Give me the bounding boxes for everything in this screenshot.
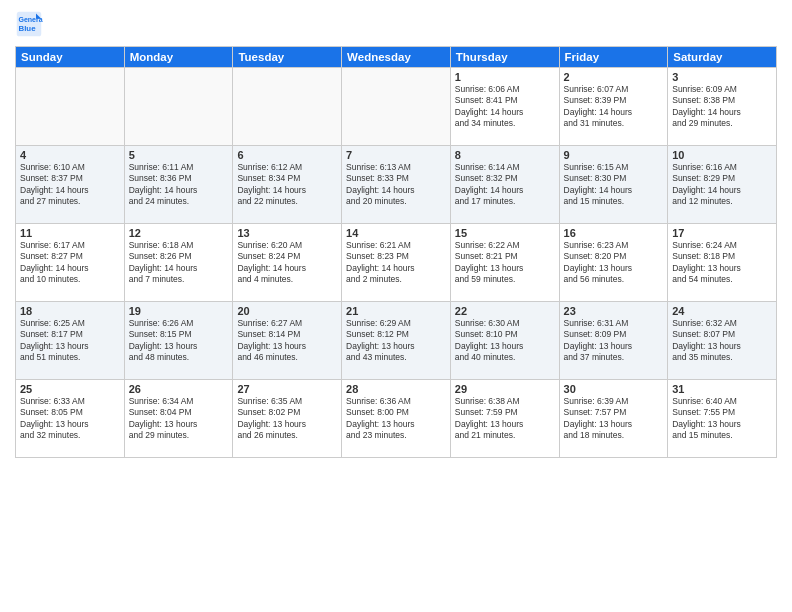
weekday-header: Monday xyxy=(124,47,233,68)
day-info: Sunrise: 6:24 AM Sunset: 8:18 PM Dayligh… xyxy=(672,240,772,286)
day-number: 10 xyxy=(672,149,772,161)
day-number: 22 xyxy=(455,305,555,317)
day-info: Sunrise: 6:16 AM Sunset: 8:29 PM Dayligh… xyxy=(672,162,772,208)
day-number: 1 xyxy=(455,71,555,83)
calendar-day-cell: 26Sunrise: 6:34 AM Sunset: 8:04 PM Dayli… xyxy=(124,380,233,458)
weekday-header: Saturday xyxy=(668,47,777,68)
day-info: Sunrise: 6:11 AM Sunset: 8:36 PM Dayligh… xyxy=(129,162,229,208)
calendar-day-cell xyxy=(16,68,125,146)
day-info: Sunrise: 6:06 AM Sunset: 8:41 PM Dayligh… xyxy=(455,84,555,130)
calendar-day-cell xyxy=(342,68,451,146)
day-number: 13 xyxy=(237,227,337,239)
calendar-day-cell: 12Sunrise: 6:18 AM Sunset: 8:26 PM Dayli… xyxy=(124,224,233,302)
calendar-day-cell: 4Sunrise: 6:10 AM Sunset: 8:37 PM Daylig… xyxy=(16,146,125,224)
day-number: 27 xyxy=(237,383,337,395)
day-number: 28 xyxy=(346,383,446,395)
day-number: 11 xyxy=(20,227,120,239)
page: General Blue SundayMondayTuesdayWednesda… xyxy=(0,0,792,612)
day-info: Sunrise: 6:23 AM Sunset: 8:20 PM Dayligh… xyxy=(564,240,664,286)
day-number: 5 xyxy=(129,149,229,161)
day-info: Sunrise: 6:20 AM Sunset: 8:24 PM Dayligh… xyxy=(237,240,337,286)
day-number: 31 xyxy=(672,383,772,395)
weekday-header: Friday xyxy=(559,47,668,68)
calendar-day-cell: 13Sunrise: 6:20 AM Sunset: 8:24 PM Dayli… xyxy=(233,224,342,302)
day-number: 7 xyxy=(346,149,446,161)
day-number: 3 xyxy=(672,71,772,83)
calendar-day-cell: 22Sunrise: 6:30 AM Sunset: 8:10 PM Dayli… xyxy=(450,302,559,380)
calendar-day-cell: 25Sunrise: 6:33 AM Sunset: 8:05 PM Dayli… xyxy=(16,380,125,458)
calendar-day-cell: 11Sunrise: 6:17 AM Sunset: 8:27 PM Dayli… xyxy=(16,224,125,302)
svg-text:Blue: Blue xyxy=(19,24,37,33)
calendar-day-cell: 14Sunrise: 6:21 AM Sunset: 8:23 PM Dayli… xyxy=(342,224,451,302)
day-info: Sunrise: 6:25 AM Sunset: 8:17 PM Dayligh… xyxy=(20,318,120,364)
day-info: Sunrise: 6:31 AM Sunset: 8:09 PM Dayligh… xyxy=(564,318,664,364)
day-info: Sunrise: 6:10 AM Sunset: 8:37 PM Dayligh… xyxy=(20,162,120,208)
day-info: Sunrise: 6:21 AM Sunset: 8:23 PM Dayligh… xyxy=(346,240,446,286)
calendar-day-cell: 24Sunrise: 6:32 AM Sunset: 8:07 PM Dayli… xyxy=(668,302,777,380)
calendar-day-cell xyxy=(233,68,342,146)
calendar-day-cell: 7Sunrise: 6:13 AM Sunset: 8:33 PM Daylig… xyxy=(342,146,451,224)
day-number: 30 xyxy=(564,383,664,395)
calendar-day-cell: 21Sunrise: 6:29 AM Sunset: 8:12 PM Dayli… xyxy=(342,302,451,380)
day-info: Sunrise: 6:39 AM Sunset: 7:57 PM Dayligh… xyxy=(564,396,664,442)
weekday-header: Tuesday xyxy=(233,47,342,68)
calendar-day-cell: 19Sunrise: 6:26 AM Sunset: 8:15 PM Dayli… xyxy=(124,302,233,380)
day-number: 6 xyxy=(237,149,337,161)
calendar-day-cell: 2Sunrise: 6:07 AM Sunset: 8:39 PM Daylig… xyxy=(559,68,668,146)
day-number: 23 xyxy=(564,305,664,317)
day-info: Sunrise: 6:22 AM Sunset: 8:21 PM Dayligh… xyxy=(455,240,555,286)
day-info: Sunrise: 6:26 AM Sunset: 8:15 PM Dayligh… xyxy=(129,318,229,364)
day-number: 16 xyxy=(564,227,664,239)
calendar-day-cell: 3Sunrise: 6:09 AM Sunset: 8:38 PM Daylig… xyxy=(668,68,777,146)
calendar-day-cell: 28Sunrise: 6:36 AM Sunset: 8:00 PM Dayli… xyxy=(342,380,451,458)
calendar-day-cell: 15Sunrise: 6:22 AM Sunset: 8:21 PM Dayli… xyxy=(450,224,559,302)
calendar-week-row: 1Sunrise: 6:06 AM Sunset: 8:41 PM Daylig… xyxy=(16,68,777,146)
calendar-day-cell: 5Sunrise: 6:11 AM Sunset: 8:36 PM Daylig… xyxy=(124,146,233,224)
day-info: Sunrise: 6:35 AM Sunset: 8:02 PM Dayligh… xyxy=(237,396,337,442)
day-info: Sunrise: 6:18 AM Sunset: 8:26 PM Dayligh… xyxy=(129,240,229,286)
day-info: Sunrise: 6:07 AM Sunset: 8:39 PM Dayligh… xyxy=(564,84,664,130)
day-info: Sunrise: 6:12 AM Sunset: 8:34 PM Dayligh… xyxy=(237,162,337,208)
calendar-day-cell: 31Sunrise: 6:40 AM Sunset: 7:55 PM Dayli… xyxy=(668,380,777,458)
day-info: Sunrise: 6:36 AM Sunset: 8:00 PM Dayligh… xyxy=(346,396,446,442)
calendar-day-cell: 23Sunrise: 6:31 AM Sunset: 8:09 PM Dayli… xyxy=(559,302,668,380)
logo: General Blue xyxy=(15,10,47,38)
day-info: Sunrise: 6:13 AM Sunset: 8:33 PM Dayligh… xyxy=(346,162,446,208)
day-number: 12 xyxy=(129,227,229,239)
day-info: Sunrise: 6:17 AM Sunset: 8:27 PM Dayligh… xyxy=(20,240,120,286)
header: General Blue xyxy=(15,10,777,38)
calendar-day-cell: 16Sunrise: 6:23 AM Sunset: 8:20 PM Dayli… xyxy=(559,224,668,302)
calendar-day-cell: 10Sunrise: 6:16 AM Sunset: 8:29 PM Dayli… xyxy=(668,146,777,224)
day-info: Sunrise: 6:30 AM Sunset: 8:10 PM Dayligh… xyxy=(455,318,555,364)
weekday-header: Thursday xyxy=(450,47,559,68)
calendar-day-cell xyxy=(124,68,233,146)
calendar-header-row: SundayMondayTuesdayWednesdayThursdayFrid… xyxy=(16,47,777,68)
calendar-day-cell: 20Sunrise: 6:27 AM Sunset: 8:14 PM Dayli… xyxy=(233,302,342,380)
calendar: SundayMondayTuesdayWednesdayThursdayFrid… xyxy=(15,46,777,458)
day-number: 21 xyxy=(346,305,446,317)
calendar-day-cell: 29Sunrise: 6:38 AM Sunset: 7:59 PM Dayli… xyxy=(450,380,559,458)
day-number: 29 xyxy=(455,383,555,395)
calendar-week-row: 18Sunrise: 6:25 AM Sunset: 8:17 PM Dayli… xyxy=(16,302,777,380)
day-info: Sunrise: 6:29 AM Sunset: 8:12 PM Dayligh… xyxy=(346,318,446,364)
day-info: Sunrise: 6:38 AM Sunset: 7:59 PM Dayligh… xyxy=(455,396,555,442)
day-number: 4 xyxy=(20,149,120,161)
day-info: Sunrise: 6:09 AM Sunset: 8:38 PM Dayligh… xyxy=(672,84,772,130)
calendar-week-row: 11Sunrise: 6:17 AM Sunset: 8:27 PM Dayli… xyxy=(16,224,777,302)
calendar-day-cell: 30Sunrise: 6:39 AM Sunset: 7:57 PM Dayli… xyxy=(559,380,668,458)
day-info: Sunrise: 6:27 AM Sunset: 8:14 PM Dayligh… xyxy=(237,318,337,364)
day-number: 26 xyxy=(129,383,229,395)
calendar-day-cell: 8Sunrise: 6:14 AM Sunset: 8:32 PM Daylig… xyxy=(450,146,559,224)
day-number: 20 xyxy=(237,305,337,317)
calendar-week-row: 25Sunrise: 6:33 AM Sunset: 8:05 PM Dayli… xyxy=(16,380,777,458)
day-info: Sunrise: 6:32 AM Sunset: 8:07 PM Dayligh… xyxy=(672,318,772,364)
weekday-header: Sunday xyxy=(16,47,125,68)
weekday-header: Wednesday xyxy=(342,47,451,68)
day-info: Sunrise: 6:14 AM Sunset: 8:32 PM Dayligh… xyxy=(455,162,555,208)
calendar-day-cell: 17Sunrise: 6:24 AM Sunset: 8:18 PM Dayli… xyxy=(668,224,777,302)
day-number: 14 xyxy=(346,227,446,239)
calendar-week-row: 4Sunrise: 6:10 AM Sunset: 8:37 PM Daylig… xyxy=(16,146,777,224)
day-number: 2 xyxy=(564,71,664,83)
day-number: 9 xyxy=(564,149,664,161)
day-number: 19 xyxy=(129,305,229,317)
